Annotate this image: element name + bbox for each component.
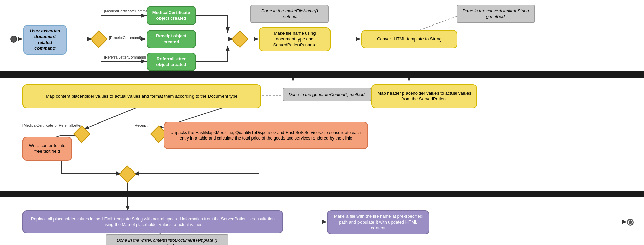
convert-html-node: Convert HTML template to String xyxy=(361,30,457,48)
label-medical-cert-command: [MedicalCertificateCommand] xyxy=(104,9,153,13)
map-content-label: Map content placeholder values to actual… xyxy=(46,94,238,99)
merge-diamond xyxy=(119,166,136,183)
black-bar-1 xyxy=(0,71,644,78)
map-content-node: Map content placeholder values to actual… xyxy=(22,84,261,108)
make-file-name-label: Make file name using document type and S… xyxy=(264,31,325,48)
unpacks-label: Unpacks the HashMap<Medicine, QuantityTo… xyxy=(168,130,363,141)
decision3-diamond xyxy=(73,126,91,143)
user-executes-label: User executes document related command xyxy=(28,28,62,51)
make-file-label: Make a file with the file name at pre-sp… xyxy=(333,214,424,231)
user-executes-node: User executes document related command xyxy=(23,25,67,55)
make-file-name-node: Make file name using document type and S… xyxy=(259,27,331,51)
referral-label: ReferralLetter object created xyxy=(151,56,191,68)
convert-html-note-label: Done in the convertHtmlIntoString () met… xyxy=(462,8,530,20)
end-circle-inner xyxy=(629,220,632,224)
unpacks-node: Unpacks the HashMap<Medicine, QuantityTo… xyxy=(164,122,368,149)
write-contents-note: Done in the writeContentsIntoDocumentTem… xyxy=(106,234,228,245)
diagram-container: User executes document related command [… xyxy=(0,0,644,245)
label-referral-command: [ReferralLetterCommand] xyxy=(104,55,146,59)
end-circle xyxy=(627,219,634,226)
map-header-label: Map header placeholder values to actual … xyxy=(377,91,472,102)
make-file-name-note-label: Done in the makeFileName() method. xyxy=(256,8,323,20)
receipt-label: Receipt object created xyxy=(151,33,191,45)
replace-placeholder-node: Replace all placeholder values in the HT… xyxy=(22,210,283,233)
make-file-name-note: Done in the makeFileName() method. xyxy=(250,5,329,23)
referral-node: ReferralLetter object created xyxy=(147,53,196,71)
write-contents-label: Write contents into free text field xyxy=(27,143,67,154)
map-header-node: Map header placeholder values to actual … xyxy=(371,84,477,108)
generate-content-note: Done in the generateContent() method. xyxy=(283,88,371,101)
label-med-or-ref: [MedicalCertificate or ReferralLetter] xyxy=(22,123,83,127)
start-circle xyxy=(10,36,17,43)
decision1-diamond xyxy=(90,31,108,48)
make-file-node: Make a file with the file name at pre-sp… xyxy=(327,210,429,234)
convert-html-note: Done in the convertHtmlIntoString () met… xyxy=(457,5,535,23)
generate-content-note-label: Done in the generateContent() method. xyxy=(289,92,366,98)
label-receipt2: [Receipt] xyxy=(134,123,148,127)
write-contents-node: Write contents into free text field xyxy=(22,137,72,161)
replace-placeholder-label: Replace all placeholder values in the HT… xyxy=(28,216,278,228)
label-receipt-command: [ReceiptCommand] xyxy=(109,36,141,40)
medical-cert-node: MedicalCertificate object created xyxy=(147,6,196,25)
write-contents-note-label: Done in the writeContentsIntoDocumentTem… xyxy=(111,238,223,245)
decision2-diamond xyxy=(231,31,249,48)
convert-html-label: Convert HTML template to String xyxy=(377,36,442,42)
medical-cert-label: MedicalCertificate object created xyxy=(151,10,191,21)
receipt-node: Receipt object created xyxy=(147,30,196,48)
black-bar-2 xyxy=(0,191,644,197)
